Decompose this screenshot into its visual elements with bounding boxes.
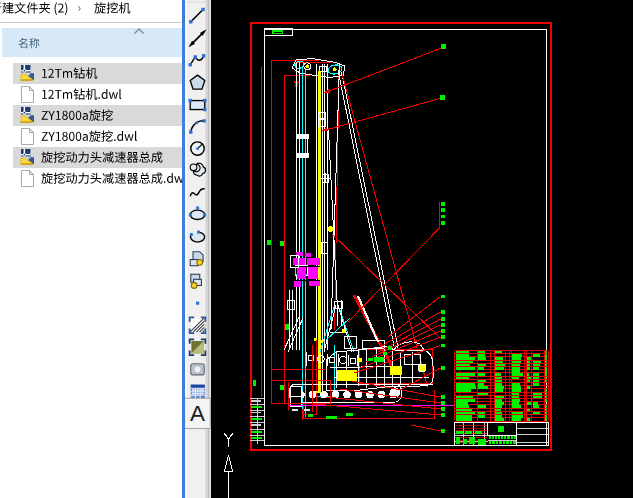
svg-text:A: A bbox=[190, 401, 205, 426]
